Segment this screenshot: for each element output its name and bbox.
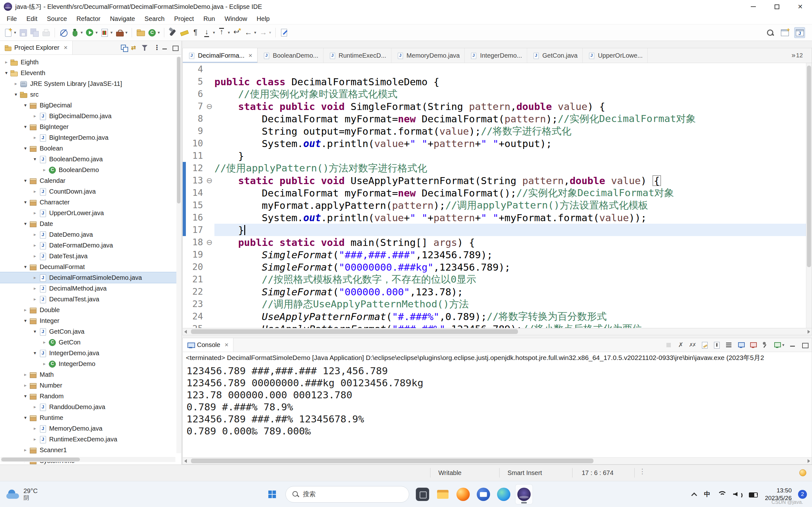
tree-horizontal-scrollbar[interactable] bbox=[1, 457, 175, 462]
code-text[interactable]: SimgleFormat("00000000.###kg",123456.789… bbox=[214, 261, 806, 273]
editor-tab-runtimeexecd[interactable]: RuntimeExecD... bbox=[323, 48, 392, 63]
scroll-left-arrow[interactable] bbox=[184, 459, 187, 463]
line-number[interactable]: 16 bbox=[186, 212, 204, 223]
code-text[interactable]: //调用静态UseApplyPatternMethod()方法 bbox=[214, 298, 806, 310]
tree-collapse-arrow[interactable]: ▾ bbox=[21, 178, 29, 183]
tree-collapse-arrow[interactable]: ▾ bbox=[21, 318, 29, 324]
editor-tab-getcon-java[interactable]: GetCon.java bbox=[527, 48, 583, 63]
tree-expand-arrow[interactable]: ▸ bbox=[41, 361, 48, 367]
minimize-button[interactable] bbox=[742, 0, 765, 13]
save-all-button[interactable] bbox=[30, 27, 40, 38]
line-number[interactable]: 12 bbox=[186, 163, 204, 173]
fold-marker-icon[interactable]: ⊖ bbox=[204, 176, 214, 185]
open-perspective-button[interactable] bbox=[780, 27, 790, 38]
editor-tab-decimalforma[interactable]: DecimalForma...✕ bbox=[183, 48, 258, 63]
tree-collapse-arrow[interactable]: ▾ bbox=[12, 92, 20, 97]
tree-collapse-arrow[interactable]: ▾ bbox=[21, 264, 29, 270]
tree-item-random[interactable]: ▾Random bbox=[0, 391, 181, 401]
line-number[interactable]: 13 bbox=[186, 175, 204, 186]
tree-item-runtime[interactable]: ▾Runtime bbox=[0, 412, 181, 423]
highlight-button[interactable] bbox=[179, 27, 189, 38]
line-number[interactable]: 8 bbox=[186, 113, 204, 124]
quick-search-button[interactable] bbox=[765, 27, 775, 38]
max-button[interactable] bbox=[171, 44, 179, 52]
tree-collapse-arrow[interactable]: ▾ bbox=[21, 221, 29, 227]
ime-indicator[interactable]: 中 bbox=[704, 490, 710, 498]
link-editor-button[interactable] bbox=[131, 44, 139, 52]
code-text[interactable]: System.out.println(value+" "+pattern+" "… bbox=[214, 137, 806, 150]
code-line-25[interactable]: 25 UseApplyPatternFormat("###.##%",12345… bbox=[183, 323, 806, 328]
code-text[interactable]: System.out.println(value+" "+pattern+" "… bbox=[214, 211, 806, 224]
dropdown-arrow-icon[interactable]: ▾ bbox=[80, 30, 84, 35]
taskbar-app-mail[interactable] bbox=[474, 484, 492, 504]
tree-expand-arrow[interactable]: ▸ bbox=[31, 210, 39, 216]
tree-item-bigdecimal[interactable]: ▾BigDecimal bbox=[0, 100, 181, 111]
dropdown-arrow-icon[interactable]: ▾ bbox=[13, 30, 17, 35]
line-number[interactable]: 18 bbox=[186, 237, 204, 247]
min-button[interactable] bbox=[788, 341, 797, 349]
menu-search[interactable]: Search bbox=[140, 13, 169, 24]
close-view-icon[interactable]: ✕ bbox=[63, 45, 67, 51]
remove-launch-button[interactable] bbox=[676, 341, 685, 349]
tree-expand-arrow[interactable]: ▸ bbox=[21, 372, 29, 377]
tree-item-getcon-java[interactable]: ▾GetCon.java bbox=[0, 326, 181, 337]
menu-edit[interactable]: Edit bbox=[21, 13, 42, 24]
code-line-8[interactable]: 8 DecimalFormat myFormat=new DecimalForm… bbox=[183, 112, 806, 125]
tree-expand-arrow[interactable]: ▸ bbox=[21, 447, 29, 453]
tree-expand-arrow[interactable]: ▸ bbox=[12, 81, 20, 87]
tree-collapse-arrow[interactable]: ▾ bbox=[21, 124, 29, 130]
tree-item-decumalformat[interactable]: ▾DecumalFormat bbox=[0, 262, 181, 272]
line-number[interactable]: 23 bbox=[186, 299, 204, 309]
tree-collapse-arrow[interactable]: ▾ bbox=[21, 199, 29, 205]
open-console-button[interactable]: ▾ bbox=[773, 341, 785, 349]
editor-vertical-scrollbar[interactable] bbox=[806, 63, 812, 328]
clear-button[interactable] bbox=[700, 341, 709, 349]
console-horizontal-scrollbar[interactable] bbox=[183, 457, 812, 464]
word-wrap-button[interactable] bbox=[724, 341, 733, 349]
code-line-13[interactable]: 13⊖ static public void UseApplyPatternFo… bbox=[183, 174, 806, 187]
tree-item-countdown-java[interactable]: ▸CountDown.java bbox=[0, 186, 181, 197]
tree-item-decimalmethod-java[interactable]: ▸DecimalMethod.java bbox=[0, 283, 181, 294]
line-number[interactable]: 22 bbox=[186, 286, 204, 297]
code-line-19[interactable]: 19 SimgleFormat("###,###.###",123456.789… bbox=[183, 248, 806, 261]
volume-icon[interactable] bbox=[732, 490, 742, 498]
scrollbar-thumb[interactable] bbox=[191, 329, 518, 334]
code-text[interactable]: myFormat.applyPattern(pattern);//调用apply… bbox=[214, 199, 806, 211]
tree-item-datedemo-java[interactable]: ▸DateDemo.java bbox=[0, 229, 181, 240]
editor-horizontal-scrollbar[interactable] bbox=[183, 328, 812, 335]
tree-item-booleandemo-java[interactable]: ▾BooleanDemo.java bbox=[0, 154, 181, 164]
scroll-left-arrow[interactable] bbox=[184, 330, 187, 334]
tree-item-boolean[interactable]: ▾Boolean bbox=[0, 143, 181, 154]
code-line-12[interactable]: 12//使用applyPattern()方法对数字进行格式化 bbox=[183, 162, 806, 174]
pin-console-button[interactable] bbox=[761, 341, 769, 349]
filter-button[interactable] bbox=[141, 44, 149, 52]
code-text[interactable] bbox=[214, 63, 806, 75]
taskbar-search-input[interactable]: 搜索 bbox=[286, 486, 409, 503]
tree-expand-arrow[interactable]: ▸ bbox=[31, 188, 39, 194]
open-element-button[interactable] bbox=[279, 27, 289, 38]
close-button[interactable]: ✕ bbox=[789, 0, 812, 13]
line-number[interactable]: 6 bbox=[186, 89, 204, 99]
project-explorer-tab[interactable]: Project Explorer ✕ bbox=[0, 41, 72, 55]
print-button[interactable] bbox=[41, 27, 51, 38]
line-number[interactable]: 7 bbox=[186, 101, 204, 112]
tree-expand-arrow[interactable]: ▸ bbox=[21, 307, 29, 313]
tree-item-decimalformatsimoledemo-java[interactable]: ▸DecimalFormatSimoleDemo.java bbox=[0, 272, 181, 283]
code-text[interactable]: SimgleFormat("000000.000",123.78); bbox=[214, 285, 806, 298]
line-number[interactable]: 25 bbox=[186, 324, 204, 328]
battery-icon[interactable] bbox=[748, 490, 758, 498]
terminate-button[interactable] bbox=[664, 341, 673, 349]
new-class-button[interactable]: ▾ bbox=[147, 27, 160, 38]
code-line-24[interactable]: 24 UseApplyPatternFormat("#.###%",0.789)… bbox=[183, 310, 806, 323]
tree-collapse-arrow[interactable]: ▾ bbox=[21, 102, 29, 108]
tree-item-upperorlower-java[interactable]: ▸UpperOrLower.java bbox=[0, 208, 181, 218]
code-text[interactable]: UseApplyPatternFormat("###.##%",123456.7… bbox=[214, 323, 806, 328]
tree-vertical-scrollbar[interactable] bbox=[176, 57, 181, 453]
taskbar-app-eclipse[interactable] bbox=[515, 484, 533, 504]
tree-expand-arrow[interactable]: ▸ bbox=[21, 383, 29, 388]
back-button[interactable]: ▾ bbox=[243, 27, 257, 38]
code-text[interactable]: //使用applyPattern()方法对数字进行格式化 bbox=[214, 162, 806, 174]
code-line-5[interactable]: 5public class DecimalFormatSimoleDemo { bbox=[183, 75, 806, 88]
tree-expand-arrow[interactable]: ▸ bbox=[31, 275, 39, 280]
code-line-10[interactable]: 10 System.out.println(value+" "+pattern+… bbox=[183, 137, 806, 150]
